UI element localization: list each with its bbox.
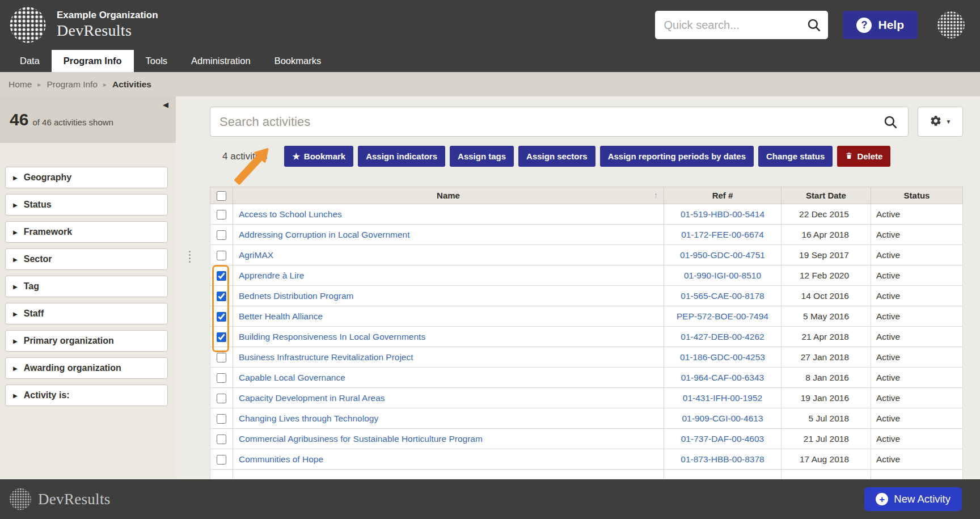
activity-name-link[interactable]: Access to School Lunches: [239, 209, 342, 219]
content: ◀ 46of 46 activities shown ▶Geography▶St…: [0, 96, 980, 479]
nav-tab-bookmarks[interactable]: Bookmarks: [263, 50, 333, 72]
status-cell: Active: [871, 245, 963, 265]
status-cell: Active: [871, 408, 963, 429]
user-globe-icon[interactable]: [937, 11, 965, 39]
filter-sector[interactable]: ▶Sector: [5, 248, 168, 270]
nav-tab-data[interactable]: Data: [8, 50, 52, 72]
activity-name-link[interactable]: Addressing Corruption in Local Governmen…: [239, 230, 410, 239]
nav-tab-program-info[interactable]: Program Info: [52, 50, 134, 72]
assign-sectors-button[interactable]: Assign sectors: [518, 146, 595, 167]
quick-search-input[interactable]: [655, 19, 806, 32]
breadcrumb-separator-icon: ▸: [37, 81, 41, 88]
row-checkbox[interactable]: [217, 332, 226, 342]
filter-primary-organization[interactable]: ▶Primary organization: [5, 330, 168, 352]
row-checkbox[interactable]: [217, 210, 226, 220]
row-checkbox[interactable]: [217, 230, 226, 240]
row-checkbox[interactable]: [217, 414, 226, 424]
change-status-button[interactable]: Change status: [758, 146, 833, 167]
assign-reporting-periods-by-dates-button[interactable]: Assign reporting periods by dates: [600, 146, 754, 167]
name-column-header[interactable]: Name↑: [233, 187, 664, 204]
activity-name-link[interactable]: Changing Lives through Technology: [239, 413, 378, 423]
search-icon[interactable]: [883, 115, 898, 129]
filter-tag[interactable]: ▶Tag: [5, 276, 168, 297]
row-checkbox[interactable]: [217, 271, 226, 281]
start-date-cell: 14 Oct 2016: [782, 286, 871, 306]
quick-search: [655, 11, 828, 39]
breadcrumb-item-home[interactable]: Home: [9, 79, 32, 90]
activity-ref-link[interactable]: 01-186-GDC-00-4253: [680, 352, 765, 362]
activity-name-link[interactable]: Capable Local Governance: [239, 373, 345, 382]
activity-name-link[interactable]: AgriMAX: [239, 250, 273, 260]
filter-geography[interactable]: ▶Geography: [5, 167, 168, 188]
activity-ref-link[interactable]: 01-427-DEB-00-4262: [681, 332, 764, 341]
collapse-sidebar-icon[interactable]: ◀: [163, 100, 168, 109]
row-checkbox[interactable]: [217, 353, 226, 362]
breadcrumb-item-program-info[interactable]: Program Info: [47, 79, 98, 90]
chevron-right-icon: ▶: [13, 365, 18, 372]
row-checkbox[interactable]: [217, 292, 226, 301]
filter-awarding-organization[interactable]: ▶Awarding organization: [5, 357, 168, 379]
search-row: ▼: [210, 107, 963, 137]
start-date-cell: 5 Jul 2018: [782, 408, 871, 429]
activity-name-link[interactable]: Business Infrastructure Revitalization P…: [239, 352, 413, 362]
row-checkbox[interactable]: [217, 251, 226, 260]
delete-button[interactable]: Delete: [837, 146, 890, 167]
filter-status[interactable]: ▶Status: [5, 194, 168, 216]
assign-tags-button[interactable]: Assign tags: [450, 146, 514, 167]
assign-indicators-button[interactable]: Assign indicators: [358, 146, 445, 167]
activity-name-link[interactable]: Apprendre à Lire: [239, 271, 304, 280]
plus-icon: +: [876, 493, 888, 505]
activity-ref-link[interactable]: 01-950-GDC-00-4751: [680, 250, 765, 260]
filter-activity-is[interactable]: ▶Activity is:: [5, 385, 168, 406]
activity-ref-link[interactable]: 01-964-CAF-00-6343: [681, 373, 764, 382]
status-cell: Active: [871, 327, 963, 347]
ref-column-header[interactable]: Ref #: [664, 187, 782, 204]
start-date-column-header[interactable]: Start Date: [782, 187, 871, 204]
table-row: Capable Local Governance01-964-CAF-00-63…: [210, 368, 963, 388]
activity-ref-link[interactable]: 01-909-CGI-00-4613: [682, 413, 763, 423]
sort-ascending-icon: ↑: [654, 191, 658, 200]
main-panel: ▼ 4 activities ★BookmarkAssign indicator…: [193, 96, 980, 479]
sidebar-gutter: [176, 96, 193, 479]
search-icon[interactable]: [806, 18, 821, 32]
activity-name-link[interactable]: Communities of Hope: [239, 454, 323, 464]
select-all-checkbox[interactable]: [217, 191, 226, 201]
activity-ref-link[interactable]: 01-990-IGI-00-8510: [684, 271, 761, 280]
row-checkbox[interactable]: [217, 455, 226, 465]
chevron-right-icon: ▶: [13, 256, 18, 263]
filter-label: Status: [24, 200, 52, 210]
activity-ref-link[interactable]: 01-519-HBD-00-5414: [681, 209, 764, 219]
activity-ref-link[interactable]: PEP-572-BOE-00-7494: [677, 311, 768, 321]
trash-icon: [845, 151, 853, 162]
activity-name-link[interactable]: Better Health Alliance: [239, 311, 323, 321]
activity-name-link[interactable]: Bednets Distribution Program: [239, 291, 353, 301]
activity-name-link[interactable]: Building Responsiveness In Local Governm…: [239, 332, 425, 341]
activities-table: Name↑ Ref # Start Date Status Access to …: [210, 187, 963, 479]
activity-ref-link[interactable]: 01-431-IFH-00-1952: [683, 393, 762, 403]
activities-search-input[interactable]: [210, 115, 883, 129]
row-checkbox[interactable]: [217, 312, 226, 322]
new-activity-button[interactable]: + New Activity: [864, 487, 962, 511]
activity-ref-link[interactable]: 01-565-CAE-00-8178: [681, 291, 764, 301]
help-button[interactable]: ? Help: [843, 11, 918, 39]
activity-name-link[interactable]: Commercial Agribusiness for Sustainable …: [239, 434, 483, 444]
activity-ref-link[interactable]: 01-172-FEE-00-6674: [681, 230, 764, 239]
row-checkbox[interactable]: [217, 373, 226, 383]
row-checkbox[interactable]: [217, 434, 226, 444]
activity-ref-link[interactable]: 01-737-DAF-00-4603: [681, 434, 764, 444]
status-cell: Active: [871, 225, 963, 245]
nav-tab-tools[interactable]: Tools: [134, 50, 180, 72]
filter-framework[interactable]: ▶Framework: [5, 221, 168, 243]
filter-staff[interactable]: ▶Staff: [5, 303, 168, 324]
settings-gear-button[interactable]: ▼: [918, 107, 963, 137]
bookmark-button[interactable]: ★Bookmark: [284, 146, 353, 167]
status-column-header[interactable]: Status: [871, 187, 963, 204]
button-label: Assign tags: [458, 151, 506, 161]
activity-ref-link[interactable]: 01-873-HBB-00-8378: [681, 454, 764, 464]
nav-tab-administration[interactable]: Administration: [179, 50, 263, 72]
activities-search: [210, 107, 909, 137]
sidebar-resize-handle[interactable]: [189, 251, 191, 263]
status-cell: Active: [871, 265, 963, 286]
row-checkbox[interactable]: [217, 394, 226, 403]
activity-name-link[interactable]: Capacity Development in Rural Areas: [239, 393, 385, 403]
